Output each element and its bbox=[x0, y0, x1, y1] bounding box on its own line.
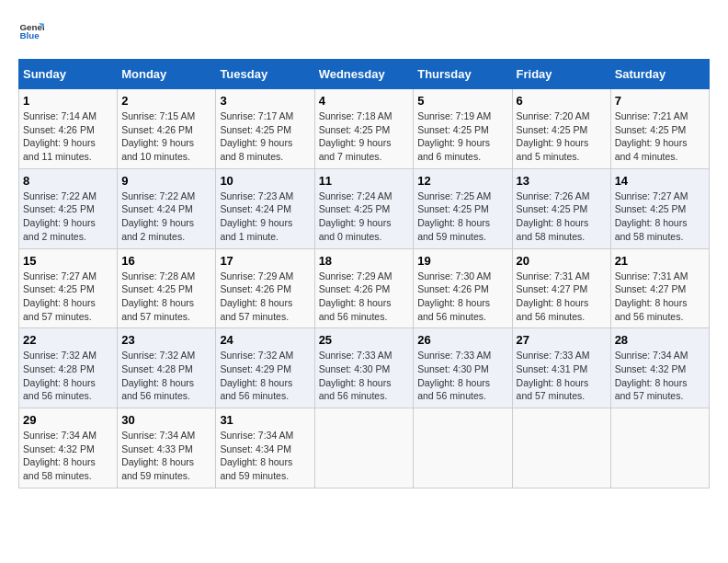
day-info: Sunrise: 7:19 AM Sunset: 4:25 PM Dayligh… bbox=[417, 109, 507, 164]
day-info: Sunrise: 7:33 AM Sunset: 4:30 PM Dayligh… bbox=[319, 349, 410, 403]
day-number: 1 bbox=[23, 94, 113, 108]
day-number: 22 bbox=[23, 333, 113, 347]
calendar-cell: 11 Sunrise: 7:24 AM Sunset: 4:25 PM Dayl… bbox=[314, 168, 414, 248]
day-info: Sunrise: 7:25 AM Sunset: 4:25 PM Dayligh… bbox=[417, 190, 507, 244]
calendar-cell: 28 Sunrise: 7:34 AM Sunset: 4:32 PM Dayl… bbox=[610, 328, 709, 408]
calendar-cell: 29 Sunrise: 7:34 AM Sunset: 4:32 PM Dayl… bbox=[19, 408, 118, 488]
calendar-cell bbox=[610, 408, 709, 488]
day-number: 28 bbox=[615, 333, 705, 347]
svg-text:Blue: Blue bbox=[19, 30, 40, 40]
calendar-cell: 19 Sunrise: 7:30 AM Sunset: 4:26 PM Dayl… bbox=[414, 248, 512, 328]
day-number: 26 bbox=[417, 333, 507, 347]
day-info: Sunrise: 7:17 AM Sunset: 4:25 PM Dayligh… bbox=[220, 109, 310, 164]
calendar-cell: 7 Sunrise: 7:21 AM Sunset: 4:25 PM Dayli… bbox=[610, 89, 709, 169]
calendar-cell: 22 Sunrise: 7:32 AM Sunset: 4:28 PM Dayl… bbox=[19, 328, 118, 408]
day-number: 2 bbox=[121, 94, 211, 108]
weekday-header-sunday: Sunday bbox=[19, 60, 118, 89]
calendar-cell: 6 Sunrise: 7:20 AM Sunset: 4:25 PM Dayli… bbox=[512, 89, 610, 169]
day-info: Sunrise: 7:21 AM Sunset: 4:25 PM Dayligh… bbox=[615, 109, 705, 164]
day-info: Sunrise: 7:32 AM Sunset: 4:29 PM Dayligh… bbox=[220, 349, 310, 403]
calendar-cell: 24 Sunrise: 7:32 AM Sunset: 4:29 PM Dayl… bbox=[216, 328, 314, 408]
weekday-header-friday: Friday bbox=[512, 60, 610, 89]
calendar-cell: 12 Sunrise: 7:25 AM Sunset: 4:25 PM Dayl… bbox=[414, 168, 512, 248]
calendar-cell: 10 Sunrise: 7:23 AM Sunset: 4:24 PM Dayl… bbox=[216, 168, 314, 248]
day-number: 19 bbox=[417, 254, 507, 268]
calendar-cell bbox=[512, 408, 610, 488]
calendar-cell: 3 Sunrise: 7:17 AM Sunset: 4:25 PM Dayli… bbox=[216, 89, 314, 169]
day-number: 9 bbox=[121, 174, 211, 188]
day-number: 11 bbox=[319, 174, 410, 188]
day-info: Sunrise: 7:14 AM Sunset: 4:26 PM Dayligh… bbox=[23, 109, 113, 164]
day-info: Sunrise: 7:34 AM Sunset: 4:34 PM Dayligh… bbox=[220, 429, 310, 483]
day-info: Sunrise: 7:29 AM Sunset: 4:26 PM Dayligh… bbox=[220, 270, 310, 324]
day-info: Sunrise: 7:34 AM Sunset: 4:32 PM Dayligh… bbox=[23, 429, 113, 483]
day-number: 4 bbox=[319, 94, 410, 108]
calendar-cell: 17 Sunrise: 7:29 AM Sunset: 4:26 PM Dayl… bbox=[216, 248, 314, 328]
day-info: Sunrise: 7:23 AM Sunset: 4:24 PM Dayligh… bbox=[220, 190, 310, 244]
calendar-cell bbox=[314, 408, 414, 488]
day-info: Sunrise: 7:26 AM Sunset: 4:25 PM Dayligh… bbox=[517, 190, 607, 244]
weekday-header-monday: Monday bbox=[118, 60, 216, 89]
day-number: 27 bbox=[517, 333, 607, 347]
day-info: Sunrise: 7:34 AM Sunset: 4:32 PM Dayligh… bbox=[615, 349, 705, 403]
day-number: 23 bbox=[121, 333, 211, 347]
calendar-cell: 15 Sunrise: 7:27 AM Sunset: 4:25 PM Dayl… bbox=[19, 248, 118, 328]
day-number: 17 bbox=[220, 254, 310, 268]
day-number: 15 bbox=[23, 254, 113, 268]
day-info: Sunrise: 7:30 AM Sunset: 4:26 PM Dayligh… bbox=[417, 270, 507, 324]
day-info: Sunrise: 7:34 AM Sunset: 4:33 PM Dayligh… bbox=[121, 429, 211, 483]
logo-icon: General Blue bbox=[18, 18, 44, 44]
logo: General Blue bbox=[18, 18, 48, 44]
day-number: 12 bbox=[417, 174, 507, 188]
calendar-cell: 4 Sunrise: 7:18 AM Sunset: 4:25 PM Dayli… bbox=[314, 89, 414, 169]
calendar-cell: 21 Sunrise: 7:31 AM Sunset: 4:27 PM Dayl… bbox=[610, 248, 709, 328]
day-number: 16 bbox=[121, 254, 211, 268]
calendar-cell: 30 Sunrise: 7:34 AM Sunset: 4:33 PM Dayl… bbox=[118, 408, 216, 488]
day-number: 29 bbox=[23, 413, 113, 427]
day-number: 6 bbox=[517, 94, 607, 108]
calendar-cell: 5 Sunrise: 7:19 AM Sunset: 4:25 PM Dayli… bbox=[414, 89, 512, 169]
day-number: 21 bbox=[615, 254, 705, 268]
day-number: 31 bbox=[220, 413, 310, 427]
day-info: Sunrise: 7:27 AM Sunset: 4:25 PM Dayligh… bbox=[615, 190, 705, 244]
day-info: Sunrise: 7:15 AM Sunset: 4:26 PM Dayligh… bbox=[121, 109, 211, 164]
day-number: 20 bbox=[517, 254, 607, 268]
calendar-cell: 16 Sunrise: 7:28 AM Sunset: 4:25 PM Dayl… bbox=[118, 248, 216, 328]
calendar-cell: 23 Sunrise: 7:32 AM Sunset: 4:28 PM Dayl… bbox=[118, 328, 216, 408]
day-number: 5 bbox=[417, 94, 507, 108]
day-info: Sunrise: 7:24 AM Sunset: 4:25 PM Dayligh… bbox=[319, 190, 410, 244]
day-number: 13 bbox=[517, 174, 607, 188]
day-info: Sunrise: 7:20 AM Sunset: 4:25 PM Dayligh… bbox=[517, 109, 607, 164]
calendar-cell: 20 Sunrise: 7:31 AM Sunset: 4:27 PM Dayl… bbox=[512, 248, 610, 328]
calendar-cell: 27 Sunrise: 7:33 AM Sunset: 4:31 PM Dayl… bbox=[512, 328, 610, 408]
calendar-cell: 13 Sunrise: 7:26 AM Sunset: 4:25 PM Dayl… bbox=[512, 168, 610, 248]
calendar-cell: 26 Sunrise: 7:33 AM Sunset: 4:30 PM Dayl… bbox=[414, 328, 512, 408]
weekday-header-saturday: Saturday bbox=[610, 60, 709, 89]
day-number: 30 bbox=[121, 413, 211, 427]
calendar-cell: 1 Sunrise: 7:14 AM Sunset: 4:26 PM Dayli… bbox=[19, 89, 118, 169]
calendar-cell: 31 Sunrise: 7:34 AM Sunset: 4:34 PM Dayl… bbox=[216, 408, 314, 488]
day-info: Sunrise: 7:33 AM Sunset: 4:30 PM Dayligh… bbox=[417, 349, 507, 403]
weekday-header-tuesday: Tuesday bbox=[216, 60, 314, 89]
header: General Blue bbox=[18, 18, 710, 44]
calendar-cell: 8 Sunrise: 7:22 AM Sunset: 4:25 PM Dayli… bbox=[19, 168, 118, 248]
day-number: 3 bbox=[220, 94, 310, 108]
calendar-cell: 18 Sunrise: 7:29 AM Sunset: 4:26 PM Dayl… bbox=[314, 248, 414, 328]
day-info: Sunrise: 7:28 AM Sunset: 4:25 PM Dayligh… bbox=[121, 270, 211, 324]
day-info: Sunrise: 7:32 AM Sunset: 4:28 PM Dayligh… bbox=[121, 349, 211, 403]
day-info: Sunrise: 7:27 AM Sunset: 4:25 PM Dayligh… bbox=[23, 270, 113, 324]
day-info: Sunrise: 7:32 AM Sunset: 4:28 PM Dayligh… bbox=[23, 349, 113, 403]
calendar-table: SundayMondayTuesdayWednesdayThursdayFrid… bbox=[18, 59, 710, 488]
calendar-cell: 9 Sunrise: 7:22 AM Sunset: 4:24 PM Dayli… bbox=[118, 168, 216, 248]
day-number: 10 bbox=[220, 174, 310, 188]
day-info: Sunrise: 7:18 AM Sunset: 4:25 PM Dayligh… bbox=[319, 109, 410, 164]
weekday-header-thursday: Thursday bbox=[414, 60, 512, 89]
day-number: 8 bbox=[23, 174, 113, 188]
calendar-cell: 2 Sunrise: 7:15 AM Sunset: 4:26 PM Dayli… bbox=[118, 89, 216, 169]
day-info: Sunrise: 7:31 AM Sunset: 4:27 PM Dayligh… bbox=[517, 270, 607, 324]
weekday-header-wednesday: Wednesday bbox=[314, 60, 414, 89]
calendar-cell: 14 Sunrise: 7:27 AM Sunset: 4:25 PM Dayl… bbox=[610, 168, 709, 248]
day-number: 18 bbox=[319, 254, 410, 268]
day-info: Sunrise: 7:22 AM Sunset: 4:24 PM Dayligh… bbox=[121, 190, 211, 244]
day-number: 14 bbox=[615, 174, 705, 188]
